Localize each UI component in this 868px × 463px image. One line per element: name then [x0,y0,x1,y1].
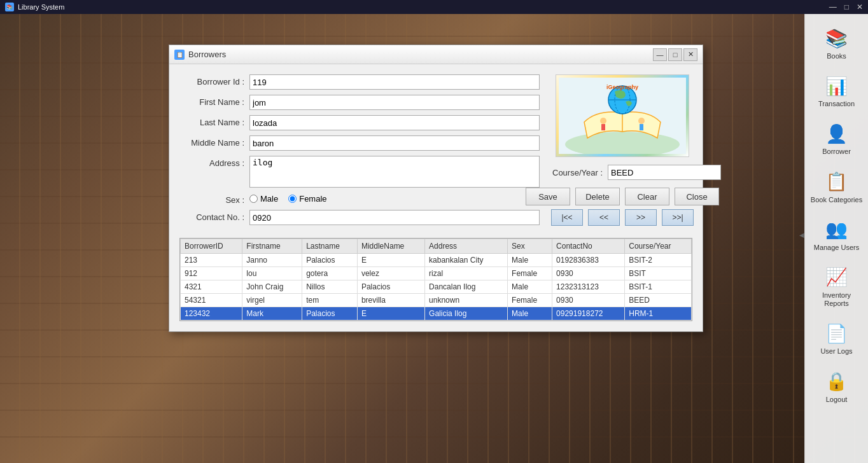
save-button[interactable]: Save [526,188,570,205]
col-middlename: MiddleName [357,239,424,254]
svg-point-8 [638,118,645,124]
first-name-row: First Name : [179,95,540,110]
nav-prev-button[interactable]: << [588,209,620,226]
borrowers-dialog: 📋 Borrowers — □ ✕ Borrower Id : First Na… [169,45,703,332]
course-year-label: Course/Year : [552,168,603,177]
nav-last-button[interactable]: >>| [662,209,694,226]
sex-male-option[interactable]: Male [249,194,278,204]
action-buttons: Save Delete Clear Close [526,188,719,205]
last-name-row: Last Name : [179,115,540,130]
sidebar-item-logout[interactable]: 🔒 Logout [808,364,865,409]
middle-name-row: Middle Name : [179,135,540,151]
sex-male-radio[interactable] [249,195,258,203]
borrower-id-row: Borrower Id : [179,74,540,90]
dialog-titlebar: 📋 Borrowers — □ ✕ [169,45,703,64]
dialog-restore-btn[interactable]: □ [668,48,682,61]
taskbar-controls: — □ ✕ [829,3,863,11]
svg-rect-9 [640,124,643,130]
dialog-minimize-btn[interactable]: — [653,48,667,61]
dialog-icon: 📋 [174,50,185,60]
clear-button[interactable]: Clear [625,188,669,205]
manage-users-icon: 👥 [824,217,850,242]
sidebar-inventory-reports-label: Inventory Reports [811,291,863,308]
address-label: Address : [179,156,249,168]
sidebar-manage-users-label: Manage Users [814,244,860,252]
dialog-close-btn[interactable]: ✕ [683,48,697,61]
table-body: 213JannoPalaciosEkabankalan CityMale0192… [181,254,692,321]
sex-female-label: Female [299,194,326,204]
taskbar-close[interactable]: ✕ [857,3,863,11]
sidebar-user-logs-label: User Logs [820,347,852,356]
delete-button[interactable]: Delete [575,188,620,205]
sidebar-item-borrower[interactable]: 👤 Borrower [808,116,865,161]
sidebar-expand-arrow[interactable]: ◀ [799,232,804,238]
books-icon: 📚 [824,25,850,51]
svg-rect-7 [601,124,605,130]
inventory-reports-icon: 📈 [824,265,850,290]
taskbar-minimize[interactable]: — [829,3,837,11]
middle-name-input[interactable] [249,135,540,151]
svg-point-6 [600,118,606,124]
sidebar-transaction-label: Transaction [818,100,855,108]
col-course: Course/Year [625,239,692,254]
sidebar-item-books[interactable]: 📚 Books [808,20,865,66]
address-input[interactable] [249,156,540,188]
borrower-id-label: Borrower Id : [179,74,249,86]
table-row[interactable]: 4321John CraigNillosPalaciosDancalan Ilo… [181,280,692,294]
course-year-input[interactable] [608,165,721,180]
table-row[interactable]: 213JannoPalaciosEkabankalan CityMale0192… [181,254,692,267]
close-button[interactable]: Close [675,188,719,205]
svg-text:iGeography: iGeography [606,84,638,90]
first-name-input[interactable] [249,95,540,110]
sidebar-item-manage-users[interactable]: 👥 Manage Users [808,212,865,257]
dialog-body: Borrower Id : First Name : Last Name : M… [169,64,703,331]
contact-label: Contact No. : [179,210,249,222]
table-row[interactable]: 54321virgeltembrevillaunknownFemale0930B… [181,294,692,307]
contact-input[interactable] [249,210,540,225]
col-sex: Sex [508,239,552,254]
sidebar-item-user-logs[interactable]: 📄 User Logs [808,315,865,361]
taskbar-maximize[interactable]: □ [844,3,849,11]
form-section: Borrower Id : First Name : Last Name : M… [179,74,692,230]
nav-first-button[interactable]: |<< [551,209,583,226]
middle-name-label: Middle Name : [179,135,249,148]
course-year-row: Course/Year : [552,165,692,180]
sex-radio-group: Male Female [249,193,327,204]
logout-icon: 🔒 [824,369,850,394]
book-image-display: iGeography [556,74,689,157]
transaction-icon: 📊 [824,73,850,99]
sex-female-option[interactable]: Female [288,194,326,204]
address-row: Address : [179,156,540,188]
table-header: BorrowerID Firstname Lastname MiddleName… [181,239,692,254]
first-name-label: First Name : [179,95,249,107]
sidebar-logout-label: Logout [826,396,848,404]
col-lastname: Lastname [302,239,358,254]
nav-next-button[interactable]: >> [625,209,657,226]
taskbar-app-icon: 📚 [5,3,14,11]
borrowers-table-container: BorrowerID Firstname Lastname MiddleName… [179,238,692,321]
dialog-controls: — □ ✕ [653,48,697,61]
col-borrower-id: BorrowerID [181,239,242,254]
taskbar-title: Library System [18,3,64,11]
last-name-input[interactable] [249,115,540,130]
table-row[interactable]: 123432MarkPalaciosEGalicia IlogMale09291… [181,307,692,321]
book-categories-icon: 📋 [824,169,850,195]
sex-female-radio[interactable] [288,195,297,203]
table-row[interactable]: 912lougoteravelezrizalFemale0930BSIT [181,267,692,280]
sidebar-borrower-label: Borrower [822,148,851,156]
sidebar: 📚 Books 📊 Transaction 👤 Borrower 📋 Book … [804,14,868,463]
sex-label: Sex : [179,193,249,205]
sidebar-item-book-categories[interactable]: 📋 Book Categories [808,164,865,209]
sidebar-item-transaction[interactable]: 📊 Transaction [808,68,865,113]
nav-buttons: |<< << >> >>| [551,209,694,226]
form-right: iGeography Course/Year : Save Delete Cle… [552,74,692,230]
col-address: Address [425,239,508,254]
sidebar-item-inventory-reports[interactable]: 📈 Inventory Reports [808,259,865,313]
contact-row: Contact No. : [179,210,540,225]
taskbar: 📚 Library System — □ ✕ [0,0,868,14]
col-firstname: Firstname [242,239,302,254]
borrower-id-input[interactable] [249,74,540,90]
table-header-row: BorrowerID Firstname Lastname MiddleName… [181,239,692,254]
sidebar-book-categories-label: Book Categories [811,196,862,204]
sex-male-label: Male [260,194,278,204]
